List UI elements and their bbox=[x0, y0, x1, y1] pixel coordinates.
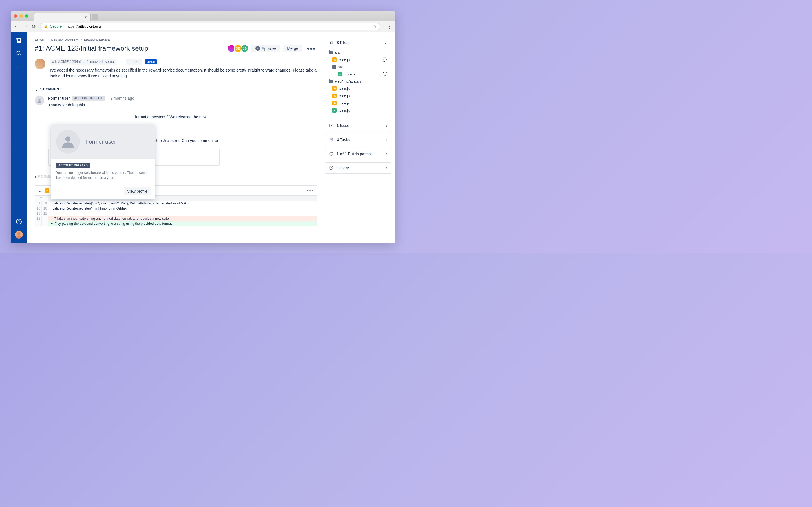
build-icon bbox=[329, 151, 334, 156]
history-card[interactable]: History › bbox=[325, 162, 391, 173]
tree-file[interactable]: ✎core.js bbox=[325, 100, 391, 107]
search-icon[interactable] bbox=[15, 50, 22, 57]
merge-button[interactable]: Merge bbox=[283, 45, 302, 52]
tree-file[interactable]: ✎core.js bbox=[325, 92, 391, 100]
issue-icon bbox=[329, 123, 334, 128]
approve-button[interactable]: ✓ Approve bbox=[252, 45, 280, 52]
address-bar[interactable]: 🔒 Secure https://bitbucket.org ☆ bbox=[40, 22, 380, 31]
breadcrumb: ACME/ Reward Program/ rewards-service bbox=[35, 38, 317, 42]
account-deleted-badge: ACCOUNT DELETED bbox=[72, 96, 105, 101]
check-icon: ✓ bbox=[255, 46, 260, 51]
diff-line[interactable]: 1010 validatorRegister.register('[min],[… bbox=[35, 206, 317, 211]
right-panel: 8 Files ⌄ src✎core.js💬src+core.js💬web/im… bbox=[325, 32, 395, 242]
diff-line[interactable]: + // by parsing the date and converting … bbox=[35, 221, 317, 226]
files-card: 8 Files ⌄ src✎core.js💬src+core.js💬web/im… bbox=[325, 37, 391, 117]
issues-card[interactable]: 1 Issue › bbox=[325, 120, 391, 131]
file-status-icon: ✎ bbox=[332, 57, 337, 62]
window-controls bbox=[14, 14, 29, 18]
create-icon[interactable] bbox=[15, 63, 22, 69]
file-status-icon: ✎ bbox=[332, 86, 337, 91]
target-branch[interactable]: master bbox=[126, 59, 142, 64]
file-status-icon: + bbox=[332, 108, 337, 113]
breadcrumb-link[interactable]: rewards-service bbox=[84, 38, 110, 42]
tasks-card[interactable]: 4 Tasks › bbox=[325, 134, 391, 145]
bitbucket-logo-icon[interactable] bbox=[15, 37, 22, 44]
browser-toolbar: ← → ⟳ 🔒 Secure https://bitbucket.org ☆ ⋮ bbox=[11, 21, 395, 32]
author-avatar[interactable] bbox=[35, 59, 45, 69]
browser-menu-icon[interactable]: ⋮ bbox=[387, 23, 392, 30]
folder-icon bbox=[329, 80, 333, 83]
chevron-down-icon: ⌄ bbox=[384, 40, 388, 45]
tree-folder[interactable]: web/img/avatars bbox=[325, 78, 391, 85]
svg-line-1 bbox=[20, 54, 21, 55]
hovercard-badge: ACCOUNT DELETED bbox=[56, 163, 90, 168]
files-card-header[interactable]: 8 Files ⌄ bbox=[325, 37, 391, 48]
comment-icon: 💬 bbox=[383, 72, 388, 76]
minimize-window-button[interactable] bbox=[19, 14, 23, 18]
back-button[interactable]: ← bbox=[14, 23, 19, 29]
chevron-right-icon: › bbox=[35, 174, 36, 179]
more-actions-button[interactable] bbox=[305, 45, 317, 52]
chevron-right-icon: › bbox=[386, 123, 388, 128]
reload-button[interactable]: ⟳ bbox=[32, 23, 36, 30]
diff-line[interactable]: 1111 bbox=[35, 211, 317, 216]
view-profile-button[interactable]: View profile bbox=[124, 187, 151, 195]
browser-tab-strip: × bbox=[11, 11, 395, 21]
close-tab-icon[interactable]: × bbox=[85, 15, 87, 19]
comment-avatar[interactable] bbox=[35, 96, 44, 105]
tree-file[interactable]: +core.js bbox=[325, 107, 391, 114]
comment-timestamp: 2 months ago bbox=[110, 96, 134, 101]
file-status-icon: ✎ bbox=[332, 94, 337, 98]
separator bbox=[64, 24, 64, 29]
svg-point-4 bbox=[38, 99, 40, 101]
page-title: #1: ACME-123/Initial framework setup bbox=[35, 45, 148, 52]
tree-folder[interactable]: src bbox=[325, 63, 391, 70]
bookmark-star-icon[interactable]: ☆ bbox=[373, 24, 377, 29]
comment-author[interactable]: Former user bbox=[48, 96, 70, 101]
file-status-icon: ✎ bbox=[332, 101, 337, 105]
pr-actions: QB JB ✓ Approve Merge bbox=[229, 45, 317, 52]
new-tab-button[interactable] bbox=[92, 14, 98, 20]
source-branch[interactable]: #1: ACME-123/initial-framework-setup bbox=[50, 59, 116, 64]
user-hovercard: Former user ACCOUNT DELETED You can no l… bbox=[51, 125, 155, 200]
chevron-down-icon: ⌄ bbox=[35, 87, 38, 92]
breadcrumb-link[interactable]: Reward Program bbox=[51, 38, 79, 42]
comment-icon: 💬 bbox=[383, 57, 388, 62]
avatar[interactable]: JB bbox=[241, 45, 249, 52]
status-badge: OPEN bbox=[145, 59, 157, 64]
diff-more-button[interactable]: ••• bbox=[307, 188, 313, 193]
pr-description: I've added the necessary frameworks as s… bbox=[50, 67, 317, 79]
hovercard-avatar bbox=[56, 130, 80, 154]
file-modified-icon: ✎ bbox=[45, 188, 49, 193]
comments-section-header[interactable]: ⌄ 1 COMMENT bbox=[35, 87, 317, 92]
secure-label: Secure bbox=[50, 24, 62, 29]
help-icon[interactable]: ? bbox=[16, 219, 22, 224]
tree-folder[interactable]: src bbox=[325, 49, 391, 56]
task-icon bbox=[329, 137, 334, 142]
diff-line[interactable]: 12- // Takes an input date string and re… bbox=[35, 216, 317, 221]
svg-rect-9 bbox=[330, 138, 333, 142]
hovercard-name: Former user bbox=[86, 138, 116, 145]
lock-icon: 🔒 bbox=[44, 24, 48, 29]
close-window-button[interactable] bbox=[14, 14, 17, 18]
browser-tab[interactable]: × bbox=[34, 13, 91, 21]
tree-file[interactable]: +core.js💬 bbox=[325, 70, 391, 78]
global-sidebar: ? bbox=[11, 32, 27, 242]
builds-card[interactable]: 1 of 1 Builds passed › bbox=[325, 148, 391, 159]
breadcrumb-link[interactable]: ACME bbox=[35, 38, 45, 42]
forward-button[interactable]: → bbox=[23, 23, 28, 29]
maximize-window-button[interactable] bbox=[25, 14, 29, 18]
chevron-right-icon: › bbox=[386, 166, 388, 170]
tree-file[interactable]: ✎core.js💬 bbox=[325, 56, 391, 63]
url-text: https://bitbucket.org bbox=[66, 24, 101, 29]
pr-meta: #1: ACME-123/initial-framework-setup → m… bbox=[35, 59, 317, 79]
profile-avatar[interactable] bbox=[15, 231, 23, 238]
svg-point-8 bbox=[331, 125, 332, 126]
diff-line[interactable]: 99 validatorRegister.register(['min', 'm… bbox=[35, 201, 317, 206]
tree-file[interactable]: ✎core.js bbox=[325, 85, 391, 92]
chevron-right-icon: › bbox=[386, 152, 388, 156]
svg-point-0 bbox=[17, 51, 20, 55]
reviewer-avatars: QB JB bbox=[229, 45, 249, 52]
folder-icon bbox=[329, 51, 333, 54]
copy-icon bbox=[329, 40, 334, 45]
